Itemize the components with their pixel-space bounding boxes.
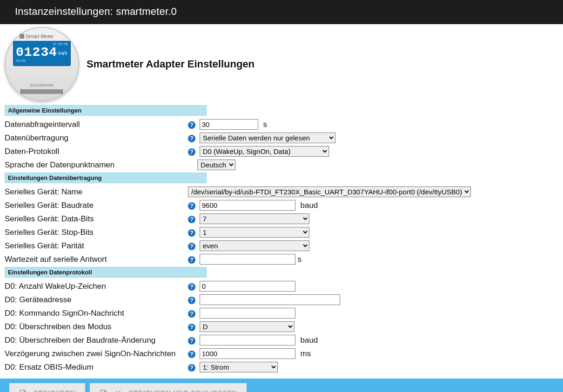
input-d0-signon-cmd[interactable] [200,308,295,319]
label-protocol: Daten-Protokoll [5,145,188,158]
window-title: Instanzeinstellungen: smartmeter.0 [0,0,563,24]
section-general: Allgemeine Einstellungen [5,105,207,116]
label-d0-device-addr: D0: Geräteadresse [5,293,188,306]
save-close-button-label: Speichern und Schliessen [129,389,237,392]
select-dp-language[interactable]: Deutsch [197,159,235,170]
help-icon[interactable]: ? [188,202,195,210]
adapter-icon: Smart Meter 12:34:56 01234kWh 56789 0123… [5,27,79,101]
unit-baud: baud [300,201,318,210]
label-serial-name: Serielles Gerät: Name [5,185,188,199]
help-icon[interactable]: ? [188,243,195,250]
label-d0-signon-cmd: D0: Kommando SignOn-Nachricht [5,306,188,320]
footer-bar: Speichern Speichern und Schliessen [0,379,563,392]
unit-seconds: s [297,255,302,264]
help-icon[interactable]: ? [188,229,195,237]
select-stopbits[interactable]: 1 [200,227,309,238]
unit-seconds: s [263,120,267,129]
help-icon[interactable]: ? [188,364,195,372]
input-d0-device-addr[interactable] [200,294,340,305]
input-poll-interval[interactable] [200,119,258,130]
select-transport[interactable]: Serielle Daten werden nur gelesen [200,133,335,143]
label-serial-parity: Serielles Gerät: Parität [5,239,188,252]
meter-lcd: 12:34:56 01234kWh 56789 [13,41,71,66]
input-resp-timeout[interactable] [200,254,295,265]
label-serial-timeout: Wartezeit auf serielle Antwort [5,252,188,266]
meter-brand-label: Smart Meter [20,33,54,39]
page-title: Smartmeter Adapter Einstellungen [87,58,255,70]
label-dp-language: Sprache der Datenpunktnamen [5,158,188,172]
save-button-label: Speichern [34,389,76,392]
help-icon[interactable]: ? [188,256,195,264]
select-parity[interactable]: even [200,240,309,251]
label-d0-obis-medium: D0: Ersatz OBIS-Medium [5,360,188,374]
input-d0-wakeup[interactable] [200,281,295,292]
label-serial-stopbits: Serielles Gerät: Stop-Bits [5,226,188,239]
select-serial-device[interactable]: /dev/serial/by-id/usb-FTDI_FT230X_Basic_… [188,186,471,197]
select-protocol[interactable]: D0 (WakeUp, SignOn, Data) [200,146,329,157]
help-icon[interactable]: ? [188,351,195,358]
help-icon[interactable]: ? [188,297,195,304]
label-serial-baud: Serielles Gerät: Baudrate [5,199,188,212]
input-d0-signon-delay[interactable] [200,348,295,359]
label-serial-databits: Serielles Gerät: Data-Bits [5,212,188,226]
label-d0-mode-override: D0: Überschreiben des Modus [5,320,188,333]
unit-baud: baud [300,336,318,345]
save-icon [99,389,107,392]
help-icon[interactable]: ? [188,121,195,129]
section-transport: Einstellungen Datenübertragung [5,173,207,183]
label-transport: Datenübertragung [5,131,188,145]
help-icon[interactable]: ? [188,148,195,156]
help-icon[interactable]: ? [188,310,195,318]
input-d0-baud-override[interactable] [200,335,295,345]
label-d0-signon-delay: Verzögerung zwischen zwei SignOn-Nachric… [5,347,188,360]
select-d0-obis-medium[interactable]: 1: Strom [200,362,278,372]
label-d0-wakeup: D0: Anzahl WakeUp-Zeichen [5,279,188,293]
help-icon[interactable]: ? [188,324,195,331]
help-icon[interactable]: ? [188,337,195,345]
section-protocol: Einstellungen Datenprotokoll [5,267,207,278]
label-d0-baud-override: D0: Überschreiben der Baudrate-Änderung [5,333,188,347]
select-d0-mode[interactable]: D [200,321,295,332]
help-icon[interactable]: ? [188,135,195,142]
save-icon [19,389,27,392]
help-icon[interactable]: ? [188,216,195,223]
input-baudrate[interactable] [200,200,295,211]
save-close-button[interactable]: Speichern und Schliessen [90,383,247,392]
save-button[interactable]: Speichern [9,383,85,392]
select-databits[interactable]: 7 [200,213,309,224]
unit-ms: ms [300,349,311,358]
label-poll-interval: Datenabfrageintervall [5,118,188,131]
close-icon [114,389,122,392]
help-icon[interactable]: ? [188,283,195,291]
